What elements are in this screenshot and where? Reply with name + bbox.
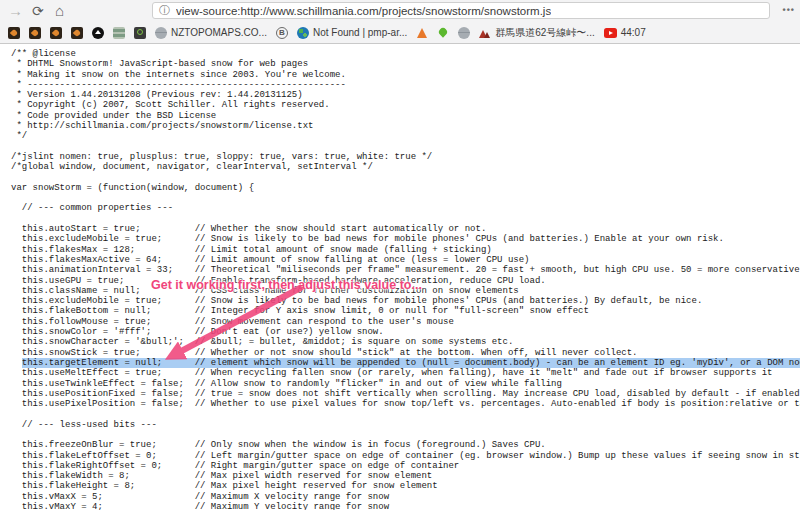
code-line (11, 173, 800, 183)
globe-favicon (155, 27, 167, 39)
code-line: this.flakeRightOffset = 0; // Right marg… (11, 461, 800, 471)
bookmark-item[interactable] (437, 27, 449, 39)
code-line: this.excludeMobile = true; // Snow is li… (11, 234, 800, 244)
flame-favicon (71, 27, 83, 39)
view-source-content: /** @license * DHTML Snowstorm! JavaScri… (0, 44, 800, 510)
code-line: this.flakeLeftOffset = 0; // Left margin… (11, 451, 800, 461)
flame-favicon (50, 27, 62, 39)
code-line: * Version 1.44.20131208 (Previous rev: 1… (11, 90, 800, 100)
address-bar[interactable]: ⓘ view-source:http://www.schillmania.com… (152, 2, 770, 19)
code-line: this.useTwinkleEffect = false; // Allow … (11, 379, 800, 389)
code-line: this.vMaxY = 4; // Maximum Y velocity ra… (11, 502, 800, 510)
code-line: * --------------------------------------… (11, 80, 800, 90)
bookmark-item[interactable] (458, 27, 470, 39)
code-line: this.useGPU = true; // Enable transform-… (11, 276, 800, 286)
code-line: var snowStorm = (function(window, docume… (11, 183, 800, 193)
bookmark-item[interactable] (134, 27, 146, 39)
earth-favicon (297, 27, 309, 39)
browser-toolbar: → ⟳ ⌂ ⓘ view-source:http://www.schillman… (0, 0, 800, 44)
bookmark-item[interactable] (71, 27, 83, 39)
bookmark-item[interactable] (92, 27, 104, 39)
map-pin-favicon (437, 27, 449, 39)
url-text[interactable]: view-source:http://www.schillmania.com/p… (176, 5, 551, 17)
code-line (11, 142, 800, 152)
code-line: * Code provided under the BSD License (11, 111, 800, 121)
orange-cone-favicon (416, 27, 428, 39)
bookmark-label: 群馬県道62号線峠〜... (495, 26, 594, 40)
code-line: this.freezeOnBlur = true; // Only snow w… (11, 440, 800, 450)
bookmark-item[interactable] (113, 27, 125, 39)
globe-favicon (458, 27, 470, 39)
code-line: * http://schillmania.com/projects/snowst… (11, 121, 800, 131)
code-line: this.snowColor = '#fff'; // Don't eat (o… (11, 327, 800, 337)
reload-icon[interactable]: ⟳ (32, 4, 44, 18)
youtube-favicon (604, 28, 617, 38)
browser-window: → ⟳ ⌂ ⓘ view-source:http://www.schillman… (0, 0, 800, 510)
info-icon[interactable]: ⓘ (159, 3, 170, 18)
code-line: // --- less-used bits --- (11, 420, 800, 430)
code-line (11, 214, 800, 224)
code-line: this.vMaxX = 5; // Maximum X velocity ra… (11, 492, 800, 502)
code-line: this.usePositionFixed = false; // true =… (11, 389, 800, 399)
code-line: this.flakeWidth = 8; // Max pixel width … (11, 471, 800, 481)
code-line: /** @license (11, 49, 800, 59)
flame-favicon (29, 27, 41, 39)
bookmark-item[interactable]: 群馬県道62号線峠〜... (479, 26, 594, 40)
code-line: * Making it snow on the internets since … (11, 70, 800, 80)
code-line: this.snowCharacter = '&bull;'; // &bull;… (11, 337, 800, 347)
bookmark-item[interactable]: 44:07 (604, 27, 646, 38)
code-line: this.followMouse = true; // Snow movemen… (11, 317, 800, 327)
code-line: this.className = null; // CSS class name… (11, 286, 800, 296)
highlighted-code-line: this.targetElement = null; // element wh… (11, 358, 800, 368)
bookmark-label: 44:07 (621, 27, 646, 38)
code-line: */ (11, 131, 800, 141)
circle-b-favicon (276, 27, 288, 39)
code-line: this.flakeHeight = 8; // Max pixel heigh… (11, 481, 800, 491)
forward-icon[interactable]: → (8, 4, 23, 18)
code-line (11, 193, 800, 203)
code-line (11, 430, 800, 440)
code-line: this.animationInterval = 33; // Theoreti… (11, 265, 800, 275)
code-line: this.flakeBottom = null; // Integer for … (11, 306, 800, 316)
camera-lens-favicon (134, 27, 146, 39)
bookmarks-bar: NZTOPOMAPS.CO...Not Found | pmp-ar...群馬県… (0, 22, 800, 43)
code-line: this.flakesMax = 128; // Limit total amo… (11, 245, 800, 255)
code-line: * DHTML Snowstorm! JavaScript-based snow… (11, 59, 800, 69)
bookmark-item[interactable]: Not Found | pmp-ar... (297, 27, 407, 39)
home-icon[interactable]: ⌂ (55, 4, 64, 18)
layers-favicon (113, 27, 125, 39)
code-line: // --- common properties --- (11, 203, 800, 213)
code-line: this.usePixelPosition = false; // Whethe… (11, 399, 800, 409)
bookmark-label: Not Found | pmp-ar... (313, 27, 407, 38)
summit-circle-favicon (92, 27, 104, 39)
bookmark-item[interactable] (50, 27, 62, 39)
code-line: this.autoStart = true; // Whether the sn… (11, 224, 800, 234)
flame-favicon (8, 27, 20, 39)
navigation-row: → ⟳ ⌂ ⓘ view-source:http://www.schillman… (0, 0, 800, 22)
bookmark-item[interactable]: NZTOPOMAPS.CO... (155, 27, 267, 39)
code-line (11, 409, 800, 419)
code-line: * Copyright (c) 2007, Scott Schiller. Al… (11, 100, 800, 110)
code-line: this.flakesMaxActive = 64; // Limit amou… (11, 255, 800, 265)
red-mountain-favicon (479, 27, 491, 39)
bookmark-item[interactable] (416, 27, 428, 39)
bookmark-item[interactable] (29, 27, 41, 39)
bookmark-label: NZTOPOMAPS.CO... (171, 27, 267, 38)
code-line: this.useMeltEffect = true; // When recyc… (11, 368, 800, 378)
bookmark-item[interactable] (276, 27, 288, 39)
code-line: /*global window, document, navigator, cl… (11, 162, 800, 172)
code-line: this.snowStick = true; // Whether or not… (11, 348, 800, 358)
source-code: /** @license * DHTML Snowstorm! JavaScri… (0, 44, 800, 510)
code-line: /*jslint nomen: true, plusplus: true, sl… (11, 152, 800, 162)
code-line: this.excludeMobile = true; // Snow is li… (11, 296, 800, 306)
overflow-menu-icon[interactable]: ••• (783, 5, 795, 15)
bookmark-item[interactable] (8, 27, 20, 39)
